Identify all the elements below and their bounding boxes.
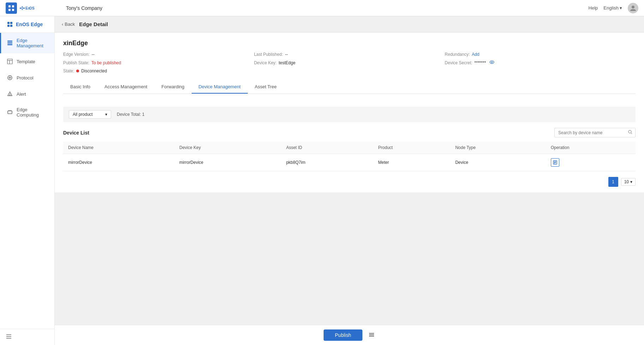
col-operation: Operation	[546, 142, 636, 154]
edge-detail-card: xinEdge Edge Version: -- Last Published:…	[55, 32, 644, 101]
template-icon	[7, 58, 13, 65]
tab-device-management[interactable]: Device Management	[192, 81, 248, 94]
svg-text:OS: OS	[29, 6, 35, 10]
app-icon	[6, 2, 17, 14]
select-arrow-icon: ▾	[105, 112, 107, 117]
svg-point-4	[20, 7, 21, 9]
svg-point-23	[10, 95, 10, 96]
device-list-header: Device List	[63, 128, 636, 137]
edge-management-icon	[7, 40, 13, 46]
device-list-title: Device List	[63, 130, 89, 136]
device-secret-row: Device Secret: *******	[445, 60, 636, 66]
svg-rect-18	[7, 59, 12, 64]
avatar-icon	[630, 5, 637, 12]
page-size-arrow-icon: ▾	[630, 179, 632, 184]
tabs-bar: Basic Info Access Management Forwarding …	[63, 81, 636, 94]
publish-state-row: Publish State: To be published	[63, 60, 254, 66]
pagination: 1 10 ▾	[63, 177, 636, 187]
tab-asset-tree[interactable]: Asset Tree	[248, 81, 284, 94]
bottom-bar: Publish	[55, 325, 644, 345]
redundancy-add-link[interactable]: Add	[472, 52, 479, 57]
page-1-button[interactable]: 1	[608, 177, 618, 187]
sidebar-bottom-toggle[interactable]	[0, 329, 54, 345]
cell-device-name: mirrorDevice	[63, 154, 174, 171]
alert-icon	[7, 91, 13, 97]
search-button[interactable]	[625, 128, 635, 137]
redundancy-row: Redundancy: Add	[445, 52, 636, 57]
col-asset-id: Asset ID	[281, 142, 373, 154]
tab-access-management[interactable]: Access Management	[97, 81, 154, 94]
sidebar-item-edge-computing[interactable]: Edge Computing	[0, 102, 54, 123]
svg-point-32	[491, 61, 493, 63]
sidebar-item-protocol[interactable]: Protocol	[0, 70, 54, 86]
device-total-label: Device Total: 1	[117, 112, 145, 117]
svg-point-31	[490, 61, 494, 64]
collapse-icon	[6, 333, 12, 340]
svg-rect-24	[8, 111, 12, 114]
sidebar: EnOS Edge Edge Management Template	[0, 16, 55, 345]
svg-rect-3	[12, 9, 14, 11]
enos-logo: En OS	[19, 4, 40, 12]
table-row: mirrorDevice mirrorDevice pkb8Q7im Meter…	[63, 154, 636, 171]
svg-rect-0	[8, 5, 11, 7]
device-key-row: Device Key: testEdge	[254, 60, 445, 66]
cell-asset-id: pkb8Q7im	[281, 154, 373, 171]
cell-product: Meter	[373, 154, 451, 171]
device-table: Device Name Device Key Asset ID Product …	[63, 142, 636, 171]
tab-basic-info[interactable]: Basic Info	[63, 81, 97, 94]
edge-computing-icon	[7, 109, 13, 115]
device-management-panel: All product ▾ Device Total: 1 Device Lis…	[55, 101, 644, 192]
page-title: Edge Detail	[79, 21, 108, 27]
edge-name: xinEdge	[63, 40, 636, 47]
status-dot	[76, 70, 79, 72]
edit-operation-icon[interactable]	[551, 158, 559, 167]
svg-rect-16	[7, 42, 12, 43]
last-published-row: Last Published: --	[254, 52, 445, 57]
sidebar-item-alert[interactable]: Alert	[0, 86, 54, 102]
help-link[interactable]: Help	[589, 5, 598, 11]
svg-rect-15	[7, 41, 12, 42]
company-name: Tony's Company	[66, 5, 589, 11]
cell-node-type: Device	[450, 154, 546, 171]
svg-rect-1	[12, 5, 14, 7]
main-content: ‹ Back Edge Detail xinEdge Edge Version:…	[55, 16, 644, 345]
bottom-menu-icon[interactable]	[368, 331, 375, 339]
sidebar-app-title: EnOS Edge	[0, 16, 54, 33]
publish-button[interactable]: Publish	[324, 329, 362, 341]
back-button[interactable]: ‹ Back	[62, 22, 75, 27]
col-product: Product	[373, 142, 451, 154]
page-size-select[interactable]: 10 ▾	[621, 178, 636, 186]
svg-rect-13	[7, 25, 10, 27]
cell-operation	[546, 154, 636, 171]
svg-point-33	[628, 130, 631, 133]
top-nav-right: Help English ▾	[589, 3, 638, 13]
enos-edge-icon	[7, 21, 13, 28]
show-secret-icon[interactable]	[489, 60, 494, 66]
search-input[interactable]	[555, 129, 625, 137]
tab-forwarding[interactable]: Forwarding	[155, 81, 192, 94]
grid-icon	[8, 5, 15, 12]
filter-bar: All product ▾ Device Total: 1	[63, 107, 636, 122]
svg-point-6	[23, 7, 25, 9]
protocol-icon	[7, 75, 13, 81]
language-selector[interactable]: English ▾	[603, 5, 622, 11]
sidebar-item-edge-management[interactable]: Edge Management	[0, 33, 54, 53]
svg-rect-17	[7, 44, 12, 45]
enos-svg-logo: En OS	[19, 4, 40, 12]
svg-rect-14	[10, 25, 12, 27]
cell-device-key: mirrorDevice	[174, 154, 281, 171]
edge-version-row: Edge Version: --	[63, 52, 254, 57]
edge-info-grid: Edge Version: -- Last Published: -- Redu…	[63, 52, 636, 73]
user-avatar[interactable]	[628, 3, 638, 13]
svg-rect-2	[8, 9, 11, 11]
top-nav: En OS Tony's Company Help English ▾	[0, 0, 644, 16]
state-row: State: Disconnected	[63, 69, 254, 73]
svg-point-5	[22, 6, 23, 7]
logo-area: En OS	[6, 2, 60, 14]
svg-rect-12	[10, 22, 12, 24]
svg-rect-11	[7, 22, 10, 24]
col-node-type: Node Type	[450, 142, 546, 154]
search-icon	[628, 130, 632, 134]
sidebar-item-template[interactable]: Template	[0, 53, 54, 70]
product-filter-select[interactable]: All product ▾	[69, 110, 111, 119]
